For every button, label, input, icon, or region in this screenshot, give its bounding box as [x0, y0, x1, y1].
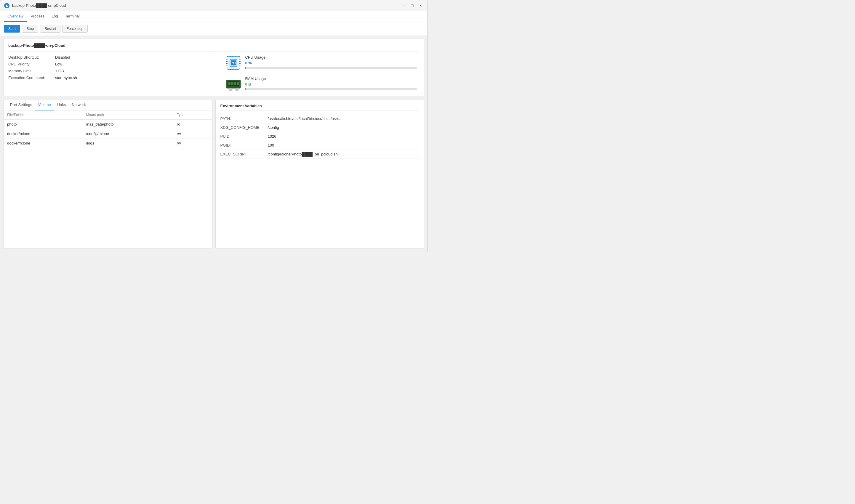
- info-row-priority: CPU Priority: Low: [8, 62, 208, 66]
- env-key: XDG_CONFIG_HOME:: [220, 125, 268, 130]
- bottom-row: Port Settings Volume Links Network File/…: [3, 99, 424, 249]
- restart-button[interactable]: Restart: [40, 25, 60, 33]
- env-row: XDG_CONFIG_HOME: /config: [220, 123, 420, 132]
- cell-type: ro: [173, 120, 212, 129]
- tab-overview[interactable]: Overview: [4, 11, 27, 22]
- cpu-usage-label: CPU Usage: [245, 55, 420, 59]
- svg-rect-23: [228, 82, 231, 85]
- ram-usage-item: RAM Usage 0 B: [226, 76, 420, 92]
- cpu-icon: CPU: [226, 55, 241, 71]
- cell-file: docker/rclone: [3, 129, 83, 139]
- env-card-title: Environment Variables: [220, 104, 420, 111]
- stop-button[interactable]: Stop: [22, 25, 38, 33]
- tab-log[interactable]: Log: [48, 11, 61, 22]
- window-title: backup-Photo████-on-pCloud: [12, 3, 66, 8]
- info-row-exec: Execution Command: start-sync.sh: [8, 75, 208, 80]
- info-card: backup-Photo████-on-pCloud Desktop Short…: [3, 39, 424, 96]
- cpu-usage-value: 0 %: [245, 61, 420, 65]
- window-controls: − □ ×: [401, 3, 424, 8]
- info-row-memory: Memory Limit: 1 GB: [8, 69, 208, 73]
- cell-mount: /config/rclone: [83, 129, 173, 139]
- sub-tab-port[interactable]: Port Settings: [7, 100, 35, 110]
- env-row: PUID: 1026: [220, 132, 420, 141]
- ram-progress-fill: [245, 88, 246, 90]
- env-value: 1026: [268, 134, 277, 139]
- cpu-progress-fill: [245, 67, 246, 69]
- ram-usage-details: RAM Usage 0 B: [245, 76, 420, 90]
- app-icon: [4, 3, 10, 8]
- cell-mount: /logs: [83, 139, 173, 148]
- cell-file: docker/rclone: [3, 139, 83, 148]
- cell-file: photo: [3, 120, 83, 129]
- toolbar: Start Stop Restart Force stop: [0, 22, 427, 36]
- cpu-progress-bar: [245, 67, 417, 69]
- tab-terminal[interactable]: Terminal: [61, 11, 83, 22]
- info-card-title: backup-Photo████-on-pCloud: [8, 43, 419, 48]
- env-key: PGID:: [220, 143, 268, 147]
- env-row: EXEC_SCRIPT: /config/rclone/Photo████_on…: [220, 150, 420, 159]
- volume-tab-card: Port Settings Volume Links Network File/…: [3, 99, 212, 249]
- table-row: photo /nas_data/photo ro: [3, 120, 212, 129]
- info-right: CPU CPU Usage 0 %: [214, 55, 420, 92]
- env-value: 100: [268, 143, 274, 147]
- env-card: Environment Variables PATH: /usr/local/s…: [215, 99, 425, 249]
- cell-mount: /nas_data/photo: [83, 120, 173, 129]
- cell-type: rw: [173, 139, 212, 148]
- volume-table: File/Folder Mount path Type photo /nas_d…: [3, 110, 212, 148]
- cpu-usage-details: CPU Usage 0 %: [245, 55, 420, 69]
- title-bar-left: backup-Photo████-on-pCloud: [4, 3, 66, 8]
- svg-text:CPU: CPU: [232, 62, 236, 65]
- env-key: EXEC_SCRIPT:: [220, 152, 268, 156]
- tab-process[interactable]: Process: [27, 11, 48, 22]
- main-window: backup-Photo████-on-pCloud − □ × Overvie…: [0, 0, 427, 252]
- ram-icon: [226, 76, 241, 92]
- cpu-usage-item: CPU CPU Usage 0 %: [226, 55, 420, 71]
- sub-tab-volume[interactable]: Volume: [35, 100, 54, 110]
- ram-progress-bar: [245, 88, 417, 90]
- info-grid: Desktop Shortcut: Disabled CPU Priority:…: [8, 55, 419, 92]
- volume-table-header: File/Folder Mount path Type: [3, 110, 212, 120]
- content-area: backup-Photo████-on-pCloud Desktop Short…: [0, 36, 427, 252]
- sub-tabs: Port Settings Volume Links Network: [3, 100, 212, 110]
- table-row: docker/rclone /config/rclone rw: [3, 129, 212, 139]
- env-key: PATH:: [220, 116, 268, 121]
- ram-usage-value: 0 B: [245, 82, 420, 87]
- sub-tab-links[interactable]: Links: [54, 100, 69, 110]
- col-mount: Mount path: [83, 110, 173, 120]
- maximize-button[interactable]: □: [409, 3, 415, 8]
- env-rows-container: PATH: /usr/local/sbin:/usr/local/bin:/us…: [220, 114, 420, 159]
- info-row-shortcut: Desktop Shortcut: Disabled: [8, 55, 208, 59]
- ram-usage-label: RAM Usage: [245, 76, 420, 81]
- env-value: /config: [268, 125, 279, 130]
- force-stop-button[interactable]: Force stop: [62, 25, 88, 33]
- env-key: PUID:: [220, 134, 268, 139]
- col-file: File/Folder: [3, 110, 83, 120]
- svg-rect-26: [237, 82, 239, 85]
- minimize-button[interactable]: −: [401, 3, 407, 8]
- start-button[interactable]: Start: [4, 25, 20, 33]
- env-row: PGID: 100: [220, 141, 420, 150]
- env-row: PATH: /usr/local/sbin:/usr/local/bin:/us…: [220, 114, 420, 123]
- svg-rect-24: [231, 82, 233, 85]
- svg-rect-25: [234, 82, 236, 85]
- nav-tabs: Overview Process Log Terminal: [0, 11, 427, 22]
- sub-tab-network[interactable]: Network: [69, 100, 89, 110]
- info-left: Desktop Shortcut: Disabled CPU Priority:…: [8, 55, 214, 92]
- env-value: /usr/local/sbin:/usr/local/bin:/usr/sbin…: [268, 116, 342, 121]
- env-value: /config/rclone/Photo████_on_pcloud.sh: [268, 152, 338, 156]
- close-button[interactable]: ×: [418, 3, 424, 8]
- title-bar: backup-Photo████-on-pCloud − □ ×: [0, 0, 427, 11]
- col-type: Type: [173, 110, 212, 120]
- table-row: docker/rclone /logs rw: [3, 139, 212, 148]
- cell-type: rw: [173, 129, 212, 139]
